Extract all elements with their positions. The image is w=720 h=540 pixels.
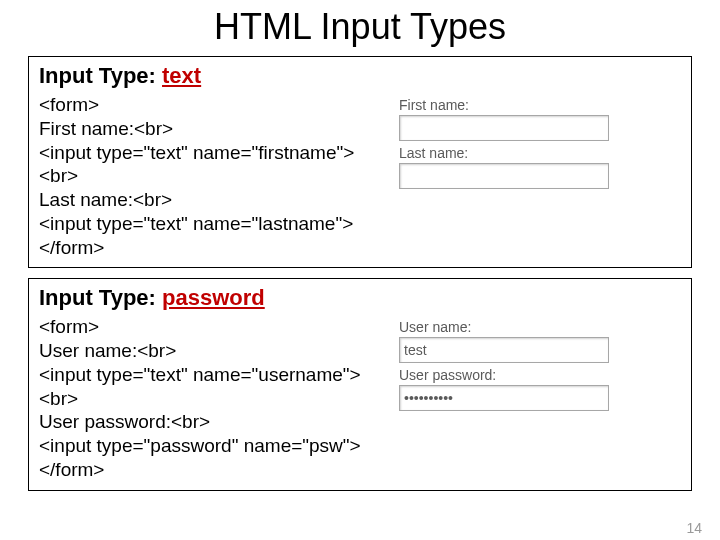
page-title: HTML Input Types <box>0 6 720 48</box>
label-firstname: First name: <box>399 97 681 113</box>
preview-password: User name: User password: <box>389 315 681 411</box>
preview-text: First name: Last name: <box>389 93 681 189</box>
code-sample-text: <form> First name:<br> <input type="text… <box>39 93 389 259</box>
input-firstname[interactable] <box>399 115 609 141</box>
label-username: User name: <box>399 319 681 335</box>
input-username[interactable] <box>399 337 609 363</box>
input-userpassword[interactable] <box>399 385 609 411</box>
input-lastname[interactable] <box>399 163 609 189</box>
panel-heading-text: Input Type: text <box>39 63 681 89</box>
label-lastname: Last name: <box>399 145 681 161</box>
heading-prefix: Input Type: <box>39 63 162 88</box>
panel-text-type: Input Type: text <form> First name:<br> … <box>28 56 692 268</box>
panel-password-type: Input Type: password <form> User name:<b… <box>28 278 692 490</box>
code-sample-password: <form> User name:<br> <input type="text"… <box>39 315 389 481</box>
panel-body: <form> User name:<br> <input type="text"… <box>39 315 681 481</box>
heading-prefix: Input Type: <box>39 285 162 310</box>
panel-body: <form> First name:<br> <input type="text… <box>39 93 681 259</box>
panel-heading-password: Input Type: password <box>39 285 681 311</box>
page-number: 14 <box>686 520 702 536</box>
heading-keyword-text: text <box>162 63 201 88</box>
slide: HTML Input Types Input Type: text <form>… <box>0 6 720 540</box>
label-userpassword: User password: <box>399 367 681 383</box>
heading-keyword-password: password <box>162 285 265 310</box>
